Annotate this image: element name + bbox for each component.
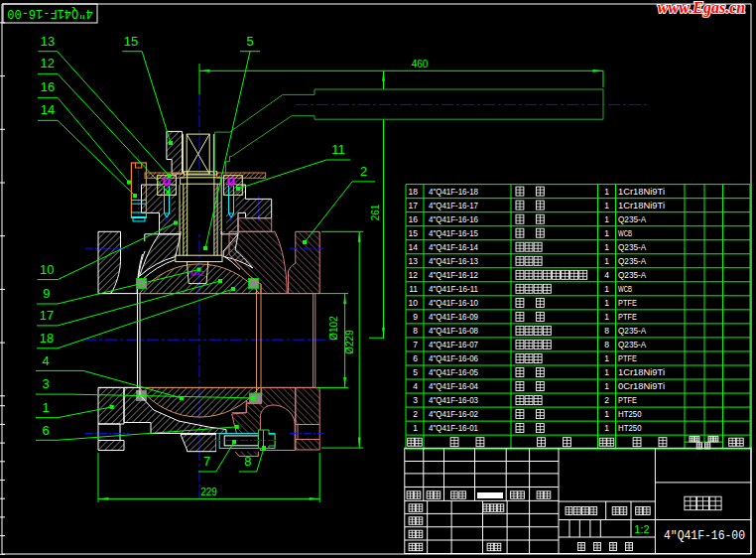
svg-text:10: 10	[409, 298, 419, 308]
svg-text:7: 7	[203, 454, 210, 469]
svg-text:4"Q41F-16-18: 4"Q41F-16-18	[429, 187, 478, 197]
svg-text:1Cr18Ni9Ti: 1Cr18Ni9Ti	[618, 367, 665, 377]
svg-text:1: 1	[604, 423, 609, 433]
svg-text:4"Q41F-16-12: 4"Q41F-16-12	[429, 270, 478, 280]
svg-text:4"Q41F-16-06: 4"Q41F-16-06	[429, 353, 478, 363]
svg-text:PTFE: PTFE	[618, 395, 637, 405]
svg-text:17: 17	[40, 308, 54, 323]
svg-text:4: 4	[413, 381, 418, 391]
svg-text:18: 18	[40, 331, 54, 346]
svg-text:1: 1	[604, 214, 609, 224]
svg-text:1: 1	[604, 381, 609, 391]
svg-text:Q235-A: Q235-A	[618, 242, 647, 252]
svg-text:Q235-A: Q235-A	[618, 270, 647, 280]
svg-text:16: 16	[41, 79, 55, 94]
svg-text:1: 1	[604, 284, 609, 294]
svg-text:PTFE: PTFE	[618, 298, 637, 308]
svg-text:WCB: WCB	[618, 228, 632, 238]
svg-text:0Cr18Ni9Ti: 0Cr18Ni9Ti	[618, 381, 665, 391]
svg-text:4"Q41F-16-14: 4"Q41F-16-14	[429, 242, 478, 252]
svg-text:10: 10	[40, 262, 54, 277]
svg-text:12: 12	[40, 56, 54, 70]
svg-text:13: 13	[41, 34, 55, 49]
svg-text:261: 261	[370, 204, 381, 220]
svg-text:Q235-A: Q235-A	[618, 214, 647, 224]
svg-text:Q235-A: Q235-A	[618, 340, 647, 349]
svg-text:2: 2	[413, 409, 418, 419]
svg-text:16: 16	[409, 214, 419, 224]
svg-text:9: 9	[413, 312, 418, 322]
svg-text:1Cr18Ni9Ti: 1Cr18Ni9Ti	[618, 201, 665, 210]
svg-text:14: 14	[409, 242, 419, 252]
svg-text:4: 4	[42, 353, 49, 368]
svg-text:5: 5	[413, 367, 418, 377]
svg-text:www.Egas.cn: www.Egas.cn	[658, 0, 745, 17]
svg-text:Q235-A: Q235-A	[618, 326, 647, 336]
svg-text:4"Q41F-16-02: 4"Q41F-16-02	[429, 409, 478, 419]
svg-text:8: 8	[244, 454, 251, 469]
svg-text:8: 8	[604, 326, 609, 336]
svg-text:Ø229: Ø229	[344, 330, 355, 354]
svg-text:1: 1	[604, 256, 609, 266]
svg-text:6: 6	[413, 353, 418, 363]
svg-text:1: 1	[604, 367, 609, 377]
svg-text:4: 4	[604, 270, 609, 280]
svg-text:1: 1	[604, 312, 609, 322]
svg-text:4"Q41F-16-03: 4"Q41F-16-03	[429, 395, 478, 405]
svg-text:4"Q41F-16-15: 4"Q41F-16-15	[429, 228, 478, 238]
svg-text:HT250: HT250	[618, 409, 642, 419]
svg-text:1: 1	[604, 201, 609, 210]
svg-text:4"Q41F-16-01: 4"Q41F-16-01	[429, 423, 478, 433]
svg-text:13: 13	[409, 256, 419, 266]
svg-text:WCB: WCB	[618, 284, 632, 294]
svg-text:9: 9	[43, 286, 50, 301]
svg-text:1: 1	[604, 228, 609, 238]
svg-text:4"Q41F-16-13: 4"Q41F-16-13	[429, 256, 478, 266]
svg-text:8: 8	[604, 340, 609, 349]
svg-text:1: 1	[604, 298, 609, 308]
svg-text:3: 3	[413, 395, 418, 405]
svg-text:12: 12	[409, 270, 419, 280]
svg-text:4"Q41F-16-17: 4"Q41F-16-17	[429, 201, 478, 210]
svg-text:229: 229	[200, 487, 217, 497]
svg-text:4"Q41F-16-04: 4"Q41F-16-04	[429, 381, 478, 391]
svg-text:460: 460	[412, 59, 429, 70]
svg-text:5: 5	[246, 34, 253, 49]
svg-text:2: 2	[604, 395, 609, 405]
svg-text:1Cr18Ni9Ti: 1Cr18Ni9Ti	[618, 187, 665, 197]
svg-text:4"Q41F-16-09: 4"Q41F-16-09	[429, 312, 478, 322]
svg-text:15: 15	[124, 34, 138, 49]
svg-text:1:2: 1:2	[634, 523, 649, 535]
svg-text:4"Q41F-16-05: 4"Q41F-16-05	[429, 367, 478, 377]
svg-text:11: 11	[331, 142, 345, 157]
svg-text:PTFE: PTFE	[618, 353, 637, 363]
svg-text:1: 1	[604, 353, 609, 363]
svg-text:HT250: HT250	[618, 423, 642, 433]
svg-text:PTFE: PTFE	[618, 312, 637, 322]
svg-text:14: 14	[41, 102, 55, 117]
svg-text:Ø102: Ø102	[328, 316, 339, 341]
svg-text:18: 18	[409, 187, 419, 197]
svg-text:1: 1	[604, 187, 609, 197]
svg-text:6: 6	[42, 423, 49, 438]
svg-text:2: 2	[360, 164, 367, 179]
svg-text:4"Q41F-16-08: 4"Q41F-16-08	[429, 326, 478, 336]
svg-text:15: 15	[409, 228, 419, 238]
svg-text:1: 1	[413, 423, 418, 433]
svg-text:4"Q41F-16-00: 4"Q41F-16-00	[664, 529, 745, 543]
svg-text:1: 1	[42, 400, 49, 415]
svg-text:11: 11	[409, 284, 418, 294]
svg-text:4"Q41F-16-00: 4"Q41F-16-00	[7, 6, 92, 20]
svg-text:4"Q41F-16-07: 4"Q41F-16-07	[429, 340, 478, 349]
svg-text:4"Q41F-16-10: 4"Q41F-16-10	[429, 298, 478, 308]
svg-text:4"Q41F-16-16: 4"Q41F-16-16	[429, 214, 478, 224]
svg-text:1: 1	[604, 242, 609, 252]
svg-text:3: 3	[42, 376, 49, 391]
svg-text:4"Q41F-16-11: 4"Q41F-16-11	[429, 284, 478, 294]
svg-text:17: 17	[409, 201, 419, 210]
svg-text:1: 1	[604, 409, 609, 419]
svg-text:8: 8	[413, 326, 418, 336]
svg-text:Q235-A: Q235-A	[618, 256, 647, 266]
svg-text:7: 7	[413, 340, 418, 349]
